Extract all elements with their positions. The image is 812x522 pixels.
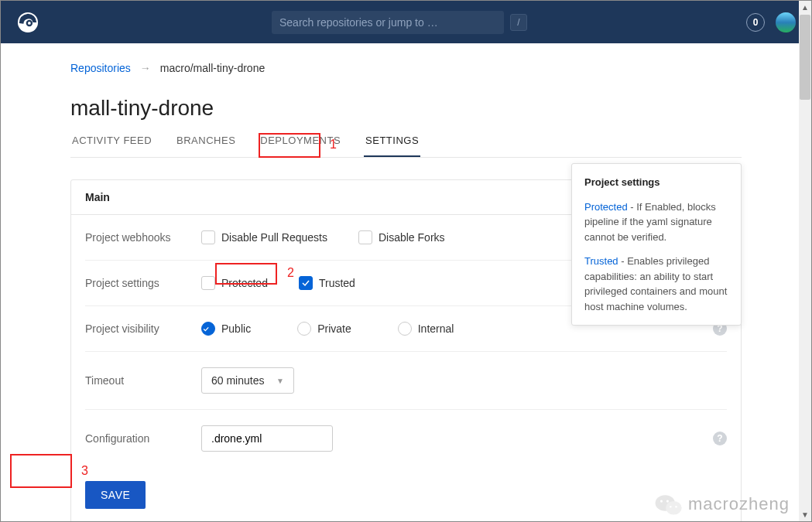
label-project-settings: Project settings (85, 277, 201, 289)
breadcrumb-root-link[interactable]: Repositories (70, 62, 131, 74)
topbar: / 0 (1, 1, 811, 43)
tab-branches[interactable]: BRANCHES (175, 135, 237, 157)
label-configuration: Configuration (85, 432, 201, 445)
breadcrumb: Repositories → macro/mall-tiny-drone (70, 62, 742, 74)
label-project-visibility: Project visibility (85, 322, 201, 335)
radio-internal[interactable]: Internal (398, 322, 454, 336)
svg-point-7 (670, 506, 672, 508)
label-webhooks: Project webhooks (85, 231, 201, 244)
row-configuration: Configuration ? (85, 410, 727, 467)
svg-point-8 (675, 506, 677, 508)
queue-count-badge[interactable]: 0 (746, 13, 765, 32)
input-configuration[interactable] (201, 425, 333, 452)
search-shortcut-hint: / (510, 14, 527, 31)
tab-deployments[interactable]: DEPLOYMENTS (259, 135, 342, 157)
page-title: mall-tiny-drone (70, 96, 742, 121)
tooltip-title: Project settings (584, 175, 728, 190)
tabs: ACTIVITY FEED BRANCHES DEPLOYMENTS SETTI… (70, 135, 742, 158)
scrollbar-thumb[interactable] (800, 15, 810, 100)
select-timeout[interactable]: 60 minutes ▼ (201, 367, 294, 394)
label-timeout: Timeout (85, 374, 201, 387)
radio-public[interactable]: Public (201, 322, 251, 336)
search-container (272, 11, 504, 34)
drone-logo-icon[interactable] (16, 11, 39, 34)
wechat-icon (654, 492, 684, 517)
checkbox-protected[interactable]: Protected (201, 276, 268, 290)
radio-private[interactable]: Private (297, 322, 351, 336)
arrow-right-icon: → (140, 62, 151, 74)
svg-point-6 (666, 500, 669, 502)
scrollbar-up-arrow-icon[interactable]: ▲ (799, 1, 811, 14)
tooltip-protected-text: Protected - If Enabled, blocks pipeline … (584, 200, 728, 245)
watermark: macrozheng (654, 492, 790, 517)
annotation-box-3 (10, 454, 72, 488)
row-timeout: Timeout 60 minutes ▼ (85, 352, 727, 410)
chevron-down-icon: ▼ (276, 377, 284, 385)
tooltip-trusted-text: Trusted - Enables privileged capabilitie… (584, 254, 728, 314)
save-button[interactable]: SAVE (85, 481, 146, 509)
tab-activity-feed[interactable]: ACTIVITY FEED (70, 135, 153, 157)
tab-settings[interactable]: SETTINGS (364, 135, 420, 157)
checkbox-disable-forks[interactable]: Disable Forks (358, 230, 445, 244)
checkbox-disable-pull-requests[interactable]: Disable Pull Requests (201, 230, 327, 244)
search-input[interactable] (279, 16, 496, 29)
svg-point-2 (28, 22, 31, 25)
checkbox-trusted[interactable]: Trusted (299, 276, 355, 290)
svg-point-5 (660, 500, 663, 502)
tooltip-project-settings: Project settings Protected - If Enabled,… (571, 163, 742, 326)
avatar[interactable] (776, 12, 796, 32)
help-icon[interactable]: ? (713, 432, 727, 445)
svg-point-4 (666, 501, 682, 514)
scrollbar-track[interactable]: ▲ ▼ (799, 1, 811, 521)
breadcrumb-current: macro/mall-tiny-drone (160, 62, 265, 74)
scrollbar-down-arrow-icon[interactable]: ▼ (799, 508, 811, 521)
